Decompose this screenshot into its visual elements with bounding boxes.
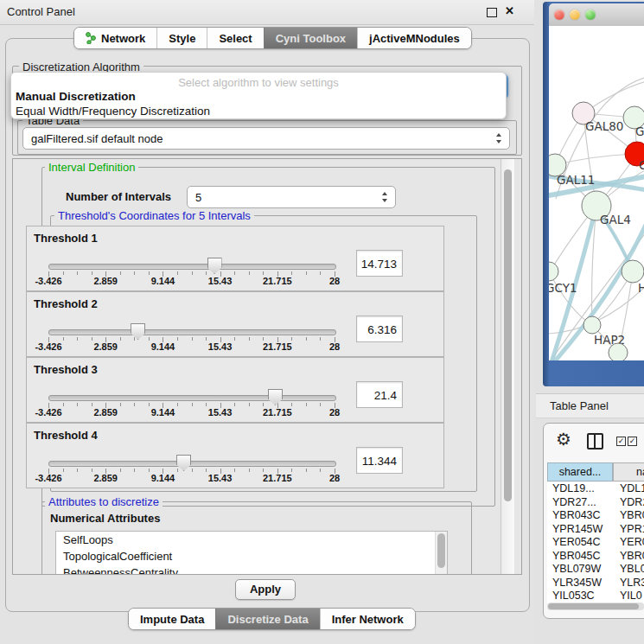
tab-jactivemnodules[interactable]: jActiveMNodules: [357, 28, 471, 48]
cell-name: YDL1: [620, 482, 644, 494]
table-panel-header: Table Panel: [536, 393, 644, 418]
columns-icon[interactable]: [587, 433, 603, 450]
slider-thumb[interactable]: [176, 455, 191, 471]
bottom-tab-infer-network[interactable]: Infer Network: [320, 609, 415, 629]
gear-icon[interactable]: ⚙: [556, 429, 571, 450]
threshold-panel-4: Threshold 4-3.4262.8599.14415.4321.71528…: [26, 423, 444, 488]
slider-tick: [306, 403, 307, 406]
bottom-tab-impute-data[interactable]: Impute Data: [129, 609, 215, 629]
cell-shared-name: YBL079W: [552, 563, 601, 575]
list-item-betweennesscentrality[interactable]: BetweennessCentrality: [56, 564, 447, 575]
control-panel: Control Panel ✕ NetworkStyleSelectCyni T…: [0, 0, 534, 644]
column-header-shared-name[interactable]: shared...: [547, 462, 613, 481]
tab-label: jActiveMNodules: [369, 32, 460, 45]
threshold-value-field[interactable]: 14.713: [356, 250, 403, 277]
slider-tick: [92, 469, 92, 472]
slider-tick: [306, 271, 307, 275]
threshold-panel-1: Threshold 1-3.4262.8599.14415.4321.71528…: [26, 226, 444, 291]
slider-tick: [206, 469, 207, 472]
cell-shared-name: YER054C: [552, 536, 601, 548]
table-row[interactable]: YLR345WYLR3: [547, 577, 644, 590]
slider-tick: [263, 271, 264, 275]
scrollbar-thumb[interactable]: [504, 169, 512, 501]
tab-select[interactable]: Select: [207, 28, 263, 48]
table-row[interactable]: YBR045CYBR0: [547, 550, 644, 564]
checkbox-icon[interactable]: ✓: [616, 437, 626, 446]
slider-track[interactable]: [48, 395, 336, 401]
list-item-topologicalcoefficient[interactable]: TopologicalCoefficient: [56, 548, 447, 564]
slider-tick: [320, 469, 321, 472]
table-row[interactable]: YDR27...YDR2: [547, 496, 644, 510]
checkbox-icon[interactable]: ✓: [628, 437, 637, 446]
tab-label: Select: [219, 32, 252, 45]
cell-name: YIL0: [620, 590, 642, 602]
column-header-name[interactable]: na: [613, 462, 644, 481]
slider-tick: [249, 469, 250, 472]
threshold-value-field[interactable]: 6.316: [356, 316, 403, 342]
table-row[interactable]: YBR043CYBR0: [547, 509, 644, 523]
thresholds-group-title: Threshold's Coordinates for 5 Intervals: [54, 209, 254, 222]
slider-tick: [63, 469, 64, 472]
network-view-window[interactable]: GAL80GACGAL11GAL4GCY1HHAP2: [543, 2, 644, 386]
dropdown-option-manual-discretization[interactable]: Manual Discretization: [14, 90, 503, 105]
network-node-gcy1[interactable]: [549, 262, 558, 281]
slider-thumb[interactable]: [268, 389, 283, 405]
table-row[interactable]: YBL079WYBL0: [547, 563, 644, 577]
minimize-traffic-light-icon[interactable]: [570, 10, 580, 20]
network-node-hap2[interactable]: [583, 316, 601, 334]
threshold-label: Threshold 1: [34, 232, 98, 245]
list-item-selfloops[interactable]: SelfLoops: [56, 532, 447, 548]
close-icon[interactable]: ✕: [505, 4, 514, 17]
slider-thumb[interactable]: [131, 323, 145, 340]
attributes-listbox[interactable]: SelfLoopsTopologicalCoefficientBetweenne…: [55, 531, 448, 575]
threshold-panel-3: Threshold 3-3.4262.8599.14415.4321.71528…: [26, 357, 444, 423]
network-node-h[interactable]: [622, 260, 644, 283]
network-icon: [86, 32, 97, 44]
slider-tick: [291, 337, 292, 341]
threshold-value-field[interactable]: 21.4: [356, 381, 403, 408]
close-traffic-light-icon[interactable]: [554, 10, 564, 20]
slider-track[interactable]: [48, 264, 336, 270]
network-node[interactable]: [609, 343, 628, 360]
slider-tick: [92, 271, 92, 275]
settings-vertical-scrollbar[interactable]: [501, 159, 514, 574]
tab-cyni-toolbox[interactable]: Cyni Toolbox: [264, 28, 357, 48]
tab-network[interactable]: Network: [74, 28, 156, 48]
list-scrollbar[interactable]: [435, 532, 447, 575]
tab-label: Cyni Toolbox: [276, 32, 346, 45]
slider-tick: [234, 271, 235, 275]
bottom-tab-discretize-data[interactable]: Discretize Data: [215, 609, 319, 629]
table-data-combobox[interactable]: galFiltered.sif default node: [22, 127, 510, 150]
zoom-traffic-light-icon[interactable]: [585, 10, 596, 20]
slider-tick: [77, 469, 78, 472]
threshold-value-field[interactable]: 11.344: [356, 447, 403, 474]
slider-tick-label: 2.859: [93, 473, 118, 483]
table-row[interactable]: YER054CYER0: [547, 536, 644, 550]
float-window-icon[interactable]: [487, 8, 497, 17]
table-row[interactable]: YDL19...YDL1: [547, 482, 644, 496]
node-label: GAL80: [585, 119, 623, 133]
network-canvas[interactable]: GAL80GACGAL11GAL4GCY1HHAP2: [549, 26, 644, 360]
network-window-titlebar[interactable]: [549, 3, 644, 27]
table-row[interactable]: YPR145WYPR1: [547, 523, 644, 537]
top-tab-bar: NetworkStyleSelectCyni ToolboxjActiveMNo…: [73, 27, 472, 49]
dropdown-option-equal-width-frequency-discretization[interactable]: Equal Width/Frequency Discretization: [14, 105, 503, 119]
scrollbar-thumb[interactable]: [437, 533, 445, 568]
slider-track[interactable]: [48, 461, 336, 467]
slider-tick-label: 28: [329, 341, 340, 352]
slider-tick: [192, 469, 193, 472]
table-horizontal-scrollbar[interactable]: [547, 603, 644, 610]
slider-tick: [263, 337, 264, 341]
slider-tick-label: 21.715: [263, 341, 292, 352]
cell-name: YBR0: [620, 550, 644, 562]
slider-tick: [206, 271, 207, 275]
slider-tick: [77, 271, 78, 275]
apply-button[interactable]: Apply: [235, 579, 296, 600]
scrollbar-thumb[interactable]: [548, 603, 639, 609]
slider-tick: [177, 469, 178, 472]
tab-style[interactable]: Style: [156, 28, 207, 48]
num-intervals-combobox[interactable]: 5: [187, 186, 396, 208]
slider-tick: [120, 469, 121, 472]
table-row[interactable]: YIL053CYIL0: [547, 590, 644, 603]
slider-track[interactable]: [48, 329, 336, 335]
